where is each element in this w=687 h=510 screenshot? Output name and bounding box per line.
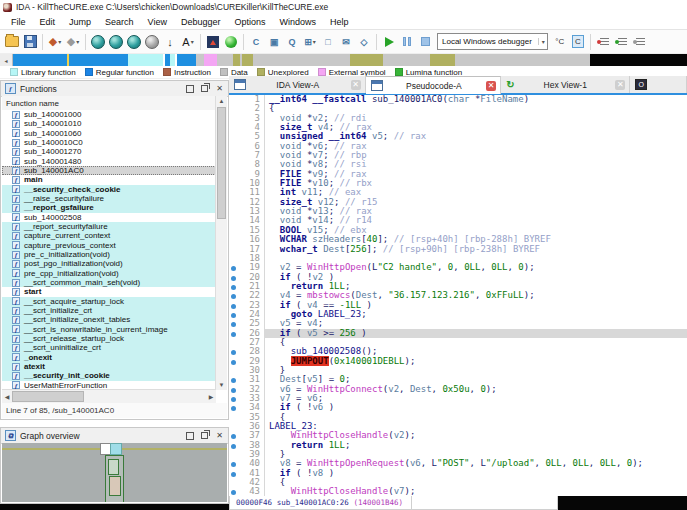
- function-list-item[interactable]: fpre_c_initialization(void): [2, 250, 216, 259]
- code-line[interactable]: 26 if ( v5 >= 256 ): [229, 329, 687, 338]
- script-o-icon[interactable]: ▣: [265, 33, 283, 51]
- tab-close-icon[interactable]: ✕: [351, 80, 361, 90]
- statement-dot-icon[interactable]: [231, 490, 236, 495]
- code-line[interactable]: 17 wchar_t Dest[256]; // [rsp+90h] [rbp-…: [229, 245, 687, 254]
- statement-dot-icon[interactable]: [231, 266, 236, 271]
- statement-dot-icon[interactable]: [231, 294, 236, 299]
- menu-item-file[interactable]: File: [4, 16, 33, 28]
- menu-item-edit[interactable]: Edit: [33, 16, 63, 28]
- scrollbar-thumb[interactable]: [217, 107, 226, 219]
- stop-process-icon[interactable]: [416, 33, 434, 51]
- menu-item-search[interactable]: Search: [98, 16, 141, 28]
- debugger-dart-icon[interactable]: ◆▾: [46, 33, 64, 51]
- trace-list-green-icon[interactable]: [612, 33, 630, 51]
- navigation-band[interactable]: ◂: [0, 54, 687, 66]
- statement-dot-icon[interactable]: [231, 360, 236, 365]
- function-list-item[interactable]: f_onexit: [2, 353, 216, 362]
- pseudocode-view[interactable]: 1__int64 __fastcall sub_140001AC0(char *…: [229, 95, 687, 496]
- functions-vertical-scrollbar[interactable]: ▲ ▼: [215, 96, 227, 390]
- tab-pseudocode-a[interactable]: Pseudocode-A✕: [366, 76, 502, 94]
- navband-segment[interactable]: [242, 54, 253, 66]
- statement-dot-icon[interactable]: [231, 406, 236, 411]
- function-name-column-header[interactable]: Function name: [2, 96, 216, 111]
- function-list-item[interactable]: fsub_140001010: [2, 119, 216, 128]
- scrollbar-thumb[interactable]: [12, 391, 84, 402]
- navband-handle-icon[interactable]: ◂: [0, 54, 13, 66]
- maximize-icon[interactable]: [184, 431, 195, 441]
- functions-list[interactable]: fsub_140001000fsub_140001010fsub_1400010…: [2, 110, 216, 390]
- function-list-item[interactable]: fpost_pgo_initialization(void): [2, 259, 216, 268]
- menu-item-options[interactable]: Options: [227, 16, 272, 28]
- trace-list-red-icon[interactable]: [594, 33, 612, 51]
- function-list-item[interactable]: fstart: [2, 287, 216, 296]
- function-list-item[interactable]: fsub_140001AC0: [2, 166, 216, 175]
- function-list-item[interactable]: f__security_check_cookie: [2, 185, 216, 194]
- start-process-icon[interactable]: [380, 33, 398, 51]
- trace-list-gray-icon[interactable]: [630, 33, 648, 51]
- navband-segment[interactable]: [233, 54, 240, 66]
- function-list-item[interactable]: fsub_140001270: [2, 147, 216, 156]
- close-icon[interactable]: ✕: [214, 431, 225, 441]
- function-list-item[interactable]: f__scrt_is_nonwritable_in_current_image: [2, 325, 216, 334]
- graph-overview-minimap[interactable]: [2, 443, 227, 502]
- navband-segment[interactable]: [196, 54, 204, 66]
- navband-segment[interactable]: [177, 54, 196, 66]
- statement-dot-icon[interactable]: [231, 378, 236, 383]
- debugger-select[interactable]: Local Windows debugger▾: [437, 33, 548, 50]
- desktop-window-icon[interactable]: □: [319, 33, 337, 51]
- menu-item-help[interactable]: Help: [323, 16, 356, 28]
- options-c-icon[interactable]: C: [569, 33, 587, 51]
- function-list-item[interactable]: f__raise_securityfailure: [2, 194, 216, 203]
- float-icon[interactable]: [199, 431, 210, 441]
- navigate-globe-icon[interactable]: [143, 33, 161, 51]
- menu-item-view[interactable]: View: [141, 16, 174, 28]
- code-line[interactable]: 41 if ( !v8 ): [229, 469, 687, 478]
- tab-hex-view-1[interactable]: ↻Hex View-1✕: [501, 76, 630, 93]
- diamond-icon[interactable]: ◇: [355, 33, 373, 51]
- close-icon[interactable]: ✕: [214, 84, 225, 94]
- code-line[interactable]: 38 return 1LL;: [229, 441, 687, 450]
- function-list-item[interactable]: f__scrt_uninitialize_crt: [2, 343, 216, 352]
- navband-segment[interactable]: [13, 54, 128, 66]
- graph-overview-header[interactable]: ⧉ Graph overview ✕: [1, 428, 228, 444]
- statement-dot-icon[interactable]: [231, 388, 236, 393]
- function-list-item[interactable]: fpre_cpp_initialization(void): [2, 269, 216, 278]
- recent-scripts-icon[interactable]: ⊞▾: [301, 33, 319, 51]
- jump-icon[interactable]: ↓: [161, 33, 179, 51]
- float-icon[interactable]: [199, 84, 210, 94]
- code-line[interactable]: 43 WinHttpCloseHandle(v7);: [229, 487, 687, 496]
- statement-dot-icon[interactable]: [231, 462, 236, 467]
- pause-process-icon[interactable]: [398, 33, 416, 51]
- quick-view-icon[interactable]: Q: [283, 33, 301, 51]
- function-list-item[interactable]: f__scrt_common_main_seh(void): [2, 278, 216, 287]
- code-line[interactable]: 29 JUMPOUT(0x140001DEBLL);: [229, 357, 687, 366]
- function-list-item[interactable]: fsub_140001060: [2, 129, 216, 138]
- open-file-icon[interactable]: [3, 33, 21, 51]
- function-list-item[interactable]: fsub_140001000: [2, 110, 216, 119]
- navband-segment[interactable]: [383, 54, 430, 66]
- navband-segment[interactable]: [253, 54, 350, 66]
- function-list-item[interactable]: fcapture_current_context: [2, 231, 216, 240]
- navband-segment[interactable]: [128, 54, 163, 66]
- chevron-down-icon[interactable]: ▾: [58, 38, 61, 45]
- scroll-right-icon[interactable]: ▶: [206, 393, 216, 400]
- tab-partial[interactable]: O: [630, 76, 687, 93]
- messages-icon[interactable]: ✉: [337, 33, 355, 51]
- code-line[interactable]: 34 if ( !v6 ): [229, 403, 687, 412]
- function-list-item[interactable]: fmain: [2, 175, 216, 184]
- chevron-down-icon[interactable]: ▾: [191, 38, 194, 45]
- menu-item-jump[interactable]: Jump: [62, 16, 98, 28]
- function-list-item[interactable]: fsub_1400010C0: [2, 138, 216, 147]
- function-list-item[interactable]: fsub_140002508: [2, 213, 216, 222]
- function-list-item[interactable]: f__scrt_acquire_startup_lock: [2, 297, 216, 306]
- function-list-item[interactable]: fsub_140001480: [2, 157, 216, 166]
- functions-horizontal-scrollbar[interactable]: ◀ ▶: [2, 389, 216, 403]
- undo-globe-icon[interactable]: [125, 33, 143, 51]
- navband-segment[interactable]: [590, 54, 687, 66]
- function-list-item[interactable]: f__report_securityfailure: [2, 222, 216, 231]
- script-c-icon[interactable]: C: [247, 33, 265, 51]
- menu-item-windows[interactable]: Windows: [273, 16, 324, 28]
- statement-dot-icon[interactable]: [231, 444, 236, 449]
- menu-item-debugger[interactable]: Debugger: [174, 16, 228, 28]
- chevron-down-icon[interactable]: ▾: [313, 38, 316, 45]
